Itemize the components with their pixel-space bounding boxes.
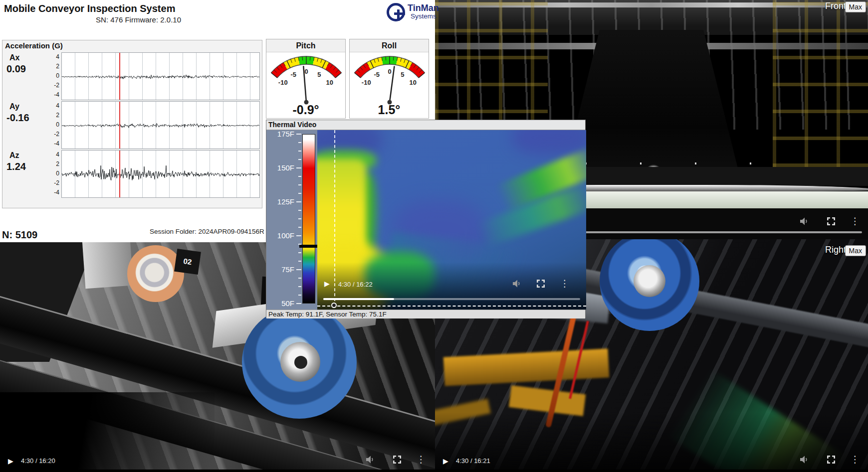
- thermal-scrub-line[interactable]: [317, 306, 586, 307]
- thermal-fullscreen-icon[interactable]: [535, 278, 547, 290]
- thermal-cool-patch: [512, 130, 586, 155]
- pitch-gauge-title: Pitch: [266, 39, 345, 52]
- roll-gauge-title: Roll: [350, 39, 429, 52]
- front-more-options-icon[interactable]: ⋮: [849, 215, 861, 227]
- logo-circle-icon: [387, 3, 405, 21]
- right-fullscreen-icon[interactable]: [825, 454, 837, 466]
- pitch-gauge-dial: -10-50510: [266, 52, 346, 106]
- scale-minor-tick: [298, 278, 301, 279]
- thermal-titlebar[interactable]: Thermal Video: [266, 120, 585, 130]
- scale-minor-tick: [298, 261, 301, 262]
- svg-text:10: 10: [409, 79, 416, 86]
- scale-label: 125F: [266, 198, 294, 206]
- right-scene-wheel-hub: [634, 265, 665, 297]
- roll-value: 1.5°: [350, 103, 429, 117]
- thermal-status-text: Peak Temp: 91.1F, Sensor Temp: 75.1F: [268, 311, 387, 318]
- right-volume-icon[interactable]: [798, 454, 810, 466]
- scale-minor-tick: [298, 159, 301, 160]
- front-video-label: Front: [825, 1, 846, 11]
- front-volume-icon[interactable]: [798, 215, 810, 227]
- thermal-panel-title: Thermal Video: [268, 121, 316, 129]
- y-tick-label: -2: [47, 82, 59, 89]
- scale-tick: [296, 235, 301, 236]
- svg-text:10: 10: [326, 79, 333, 86]
- thermal-scrub-handle-icon[interactable]: [331, 303, 337, 308]
- thermal-progress-fill: [323, 298, 394, 300]
- right-video-label: Right: [825, 245, 846, 255]
- pitch-gauge-panel: Pitch -10-50510 -0.9°: [266, 39, 346, 119]
- left-scene-orange-wheel: [127, 245, 184, 302]
- scale-tick: [296, 303, 301, 304]
- waveform-plot-az: [61, 150, 260, 198]
- svg-text:-10: -10: [362, 79, 371, 86]
- front-fullscreen-icon[interactable]: [825, 215, 837, 227]
- left-scene-hub-bolt: [294, 356, 307, 369]
- session-folder-label: Session Folder: 2024APR09-094156R: [150, 228, 266, 235]
- y-tick-label: 4: [47, 102, 59, 109]
- right-time-display: 4:30 / 16:21: [456, 457, 490, 465]
- thermal-more-options-icon[interactable]: ⋮: [559, 278, 571, 290]
- y-tick-label: 0: [47, 170, 59, 177]
- right-more-options-icon[interactable]: ⋮: [849, 454, 861, 466]
- scale-minor-tick: [298, 176, 301, 177]
- scale-label: 100F: [266, 232, 294, 240]
- y-tick-label: 2: [47, 63, 59, 70]
- thermal-play-icon[interactable]: ▶: [324, 280, 330, 288]
- front-max-button[interactable]: Max: [845, 1, 866, 12]
- svg-text:0: 0: [304, 68, 308, 75]
- left-fullscreen-icon[interactable]: [391, 454, 403, 466]
- time-cursor: [119, 151, 120, 197]
- scale-tick: [296, 134, 301, 135]
- y-tick-label: -2: [47, 131, 59, 138]
- left-volume-icon[interactable]: [364, 454, 376, 466]
- y-tick-label: 0: [47, 121, 59, 128]
- time-cursor: [119, 102, 120, 149]
- left-more-options-icon[interactable]: ⋮: [415, 454, 427, 466]
- channel-az-value: 1.24: [6, 161, 26, 172]
- thermal-progress-bar[interactable]: [323, 298, 580, 300]
- svg-text:5: 5: [401, 71, 404, 78]
- thermal-position-line[interactable]: [334, 130, 335, 306]
- roll-gauge-panel: Roll -10-50510 1.5°: [349, 39, 429, 119]
- scale-minor-tick: [298, 244, 301, 245]
- thermal-volume-icon[interactable]: [511, 278, 523, 290]
- scale-minor-tick: [298, 286, 301, 287]
- app-root: 0) Front Max ⋮ Right Max ▶ 4:30 / 16:21: [0, 0, 868, 472]
- acceleration-panel-title: Acceleration (G): [5, 41, 63, 50]
- scale-minor-tick: [298, 252, 301, 253]
- y-tick-label: 2: [47, 112, 59, 119]
- svg-text:0: 0: [388, 68, 391, 75]
- y-tick-label: 0: [47, 72, 59, 79]
- right-play-icon[interactable]: ▶: [443, 457, 448, 465]
- sample-count-label: N: 5109: [2, 229, 37, 241]
- channel-az-label: Az: [9, 151, 19, 160]
- thermal-colorbar: [302, 134, 315, 304]
- front-scene-scaffold-right: [773, 0, 868, 167]
- channel-ax-label: Ax: [9, 53, 19, 62]
- y-tick-label: -4: [47, 189, 59, 196]
- scale-minor-tick: [298, 295, 301, 296]
- tinman-systems-logo: TinMan Systems: [387, 2, 434, 23]
- waveform-plot-ay: [61, 101, 260, 149]
- acceleration-panel: Acceleration (G) Ax 0.09 Ay -0.16 Az 1.2…: [2, 40, 262, 208]
- time-cursor: [119, 53, 120, 100]
- scale-minor-tick: [298, 218, 301, 219]
- svg-text:5: 5: [317, 71, 321, 78]
- peak-temperature-marker-icon: [299, 245, 317, 248]
- y-tick-label: -4: [47, 140, 59, 147]
- scale-label: 75F: [266, 266, 294, 274]
- scale-minor-tick: [298, 184, 301, 185]
- scale-tick: [296, 201, 301, 202]
- left-play-icon[interactable]: ▶: [8, 457, 13, 465]
- svg-text:-5: -5: [290, 71, 296, 78]
- scale-label: 175F: [266, 130, 294, 138]
- left-scene-bracket: [82, 242, 133, 289]
- scale-minor-tick: [298, 151, 301, 152]
- thermal-video-image[interactable]: ▶ 4:30 / 16:22 ⋮: [317, 130, 586, 310]
- thermal-temperature-scale: 175F150F125F100F75F50F: [266, 130, 317, 310]
- svg-text:-5: -5: [374, 71, 380, 78]
- channel-ay-label: Ay: [9, 102, 19, 111]
- right-max-button[interactable]: Max: [845, 245, 866, 256]
- page-subtitle: SN: 476 Firmware: 2.0.10: [0, 15, 181, 24]
- scale-minor-tick: [298, 227, 301, 228]
